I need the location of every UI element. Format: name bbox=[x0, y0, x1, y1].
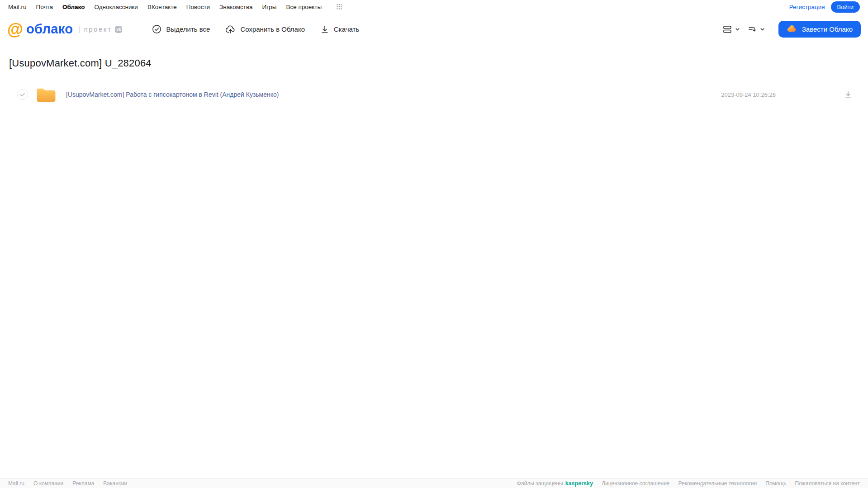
row-checkbox[interactable] bbox=[17, 89, 28, 100]
topnav-link-vse-proekty[interactable]: Все проекты bbox=[286, 4, 322, 10]
view-controls: Завести Облако bbox=[722, 21, 861, 38]
topnav-link-pochta[interactable]: Почта bbox=[36, 4, 53, 10]
footer-link-report-content[interactable]: Пожаловаться на контент bbox=[795, 480, 860, 487]
file-row[interactable]: [UsupovMarket.com] Работа с гипсокартоно… bbox=[0, 80, 868, 109]
chevron-down-icon bbox=[735, 26, 740, 32]
top-nav-list: Mail.ru Почта Облако Одноклассники ВКонт… bbox=[8, 4, 342, 10]
cloud-logo-text: облако bbox=[26, 22, 73, 37]
page-title: [UsupovMarket.com] U_282064 bbox=[9, 57, 859, 69]
select-all-button[interactable]: Выделить все bbox=[152, 24, 210, 34]
top-service-bar: Mail.ru Почта Облако Одноклассники ВКонт… bbox=[0, 0, 868, 14]
rows-view-icon bbox=[722, 24, 732, 34]
footer-link-license[interactable]: Лицензионное соглашение bbox=[602, 480, 669, 487]
sort-icon bbox=[747, 24, 757, 34]
folder-icon[interactable] bbox=[35, 86, 57, 103]
login-button[interactable]: Войти bbox=[831, 1, 860, 13]
vk-project-label: проект bbox=[84, 25, 112, 33]
logo-divider: | bbox=[78, 25, 80, 34]
main-content: [UsupovMarket.com] U_282064 [UsupovMarke… bbox=[0, 45, 868, 478]
topnav-link-oblako[interactable]: Облако bbox=[62, 4, 85, 10]
check-circle-icon bbox=[152, 24, 161, 34]
footer-link-about[interactable]: О компании bbox=[33, 480, 63, 487]
download-icon bbox=[844, 90, 853, 100]
topnav-link-odnoklassniki[interactable]: Одноклассники bbox=[94, 4, 138, 10]
file-name-link[interactable]: [UsupovMarket.com] Работа с гипсокартоно… bbox=[66, 91, 721, 98]
footer-link-recommendation-tech[interactable]: Рекомендательные технологии bbox=[678, 480, 757, 487]
top-nav: Mail.ru Почта Облако Одноклассники ВКонт… bbox=[8, 4, 342, 10]
vk-badge-icon: vk bbox=[115, 26, 122, 33]
mailru-at-icon: @ bbox=[7, 21, 23, 38]
download-icon bbox=[320, 25, 329, 34]
files-protected-label: Файлы защищены bbox=[517, 480, 563, 487]
top-bar-auth: Регистрация Войти bbox=[789, 1, 860, 13]
cloud-logo[interactable]: @ облако | проект vk bbox=[7, 21, 122, 38]
topnav-link-vkontakte[interactable]: ВКонтакте bbox=[147, 4, 177, 10]
create-cloud-button[interactable]: Завести Облако bbox=[778, 21, 861, 38]
page-footer: Mail.ru О компании Реклама Вакансии Файл… bbox=[0, 478, 868, 488]
footer-link-help[interactable]: Помощь bbox=[765, 480, 786, 487]
create-cloud-label: Завести Облако bbox=[802, 25, 853, 33]
footer-link-jobs[interactable]: Вакансии bbox=[103, 480, 127, 487]
sort-button[interactable] bbox=[747, 24, 765, 34]
registration-link[interactable]: Регистрация bbox=[789, 4, 825, 10]
download-button[interactable]: Скачать bbox=[320, 25, 359, 34]
select-all-label: Выделить все bbox=[166, 25, 210, 33]
kaspersky-link[interactable]: kaspersky bbox=[565, 480, 593, 487]
footer-company-links: Mail.ru О компании Реклама Вакансии bbox=[8, 480, 127, 487]
topnav-link-znakomstva[interactable]: Знакомства bbox=[219, 4, 252, 10]
topnav-link-mail-ru[interactable]: Mail.ru bbox=[8, 4, 27, 10]
cloud-toolbar: @ облако | проект vk Выделить все bbox=[0, 14, 868, 45]
download-label: Скачать bbox=[334, 25, 359, 33]
file-modified-date: 2023-09-24 10:26:28 bbox=[721, 91, 776, 98]
cloud-upload-icon bbox=[225, 24, 236, 34]
file-actions: Выделить все Сохранить в Облако Скачат bbox=[152, 24, 359, 34]
topnav-link-igry[interactable]: Игры bbox=[262, 4, 277, 10]
all-projects-grid-icon[interactable] bbox=[336, 4, 342, 10]
save-to-cloud-button[interactable]: Сохранить в Облако bbox=[225, 24, 305, 34]
files-protected-note: Файлы защищены kaspersky bbox=[517, 480, 593, 487]
footer-link-ads[interactable]: Реклама bbox=[72, 480, 94, 487]
cloud-icon bbox=[787, 24, 797, 34]
footer-legal-links: Файлы защищены kaspersky Лицензионное со… bbox=[517, 480, 860, 487]
topnav-link-novosti[interactable]: Новости bbox=[186, 4, 210, 10]
row-download-button[interactable] bbox=[844, 90, 853, 100]
footer-link-mail-ru[interactable]: Mail.ru bbox=[8, 480, 24, 487]
save-to-cloud-label: Сохранить в Облако bbox=[240, 25, 305, 33]
view-mode-button[interactable] bbox=[722, 24, 740, 34]
chevron-down-icon bbox=[759, 26, 765, 32]
